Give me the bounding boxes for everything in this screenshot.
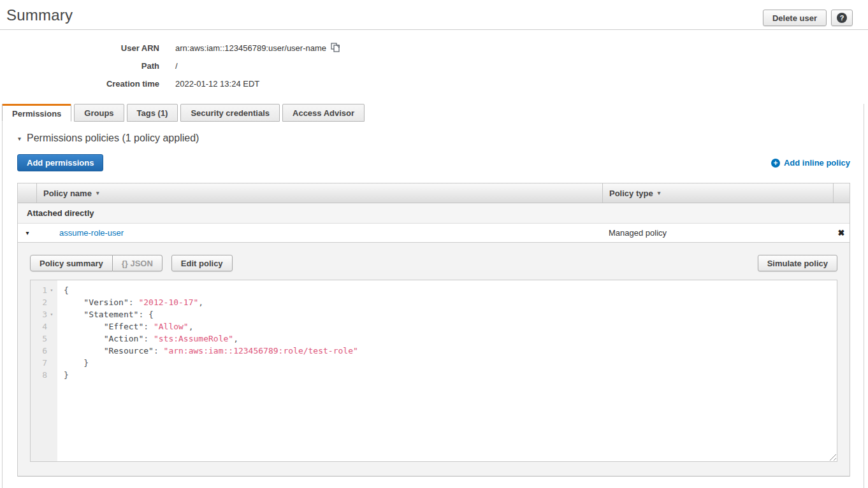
policy-table: Policy name ▾ Policy type ▾ Attached dir… xyxy=(17,183,850,477)
code-line: } xyxy=(64,369,837,381)
gutter-line: 7 xyxy=(31,357,57,369)
fold-caret-icon[interactable]: ▾ xyxy=(47,308,56,320)
section-title: Permissions policies (1 policy applied) xyxy=(27,133,199,144)
policy-type-value: Managed policy xyxy=(602,228,833,238)
fold-caret-icon[interactable]: ▾ xyxy=(47,284,56,296)
code-line: { xyxy=(64,284,837,296)
row-expand-caret-icon[interactable]: ▾ xyxy=(18,229,37,236)
tabs-row: Permissions Groups Tags (1) Security cre… xyxy=(2,104,864,122)
tab-security-credentials[interactable]: Security credentials xyxy=(180,104,280,122)
permissions-policies-section-header[interactable]: ▾ Permissions policies (1 policy applied… xyxy=(18,133,850,144)
add-inline-policy-link[interactable]: + Add inline policy xyxy=(771,158,850,168)
code-line: "Resource": "arn:aws:iam::123456789:role… xyxy=(64,345,837,357)
editor-gutter: 1▾23▾45678 xyxy=(31,280,57,461)
edit-policy-button[interactable]: Edit policy xyxy=(171,255,233,271)
fold-caret-icon xyxy=(47,320,56,333)
policy-detail-panel: Policy summary {} JSON Edit policy Simul… xyxy=(18,243,850,477)
user-arn-row: User ARN arn:aws:iam::123456789:user/use… xyxy=(0,39,868,57)
tab-panel: Permissions Groups Tags (1) Security cre… xyxy=(2,104,864,488)
gutter-line: 3▾ xyxy=(31,308,57,320)
tab-tags[interactable]: Tags (1) xyxy=(127,104,178,122)
code-line: "Statement": { xyxy=(64,308,837,320)
page-title: Summary xyxy=(6,6,73,24)
help-button[interactable]: ? xyxy=(831,10,853,26)
path-value: / xyxy=(175,61,178,71)
delete-user-button[interactable]: Delete user xyxy=(763,10,827,26)
code-line: "Version": "2012-10-17", xyxy=(64,296,837,308)
gutter-line: 5 xyxy=(31,333,57,345)
permissions-tab-content: ▾ Permissions policies (1 policy applied… xyxy=(3,122,864,488)
editor-code[interactable]: { "Version": "2012-10-17", "Statement": … xyxy=(57,280,837,461)
tab-access-advisor[interactable]: Access Advisor xyxy=(282,104,365,122)
user-arn-label: User ARN xyxy=(0,43,159,53)
simulate-policy-button[interactable]: Simulate policy xyxy=(758,255,837,271)
policy-name-column-header[interactable]: Policy name ▾ xyxy=(37,183,602,203)
sort-caret-icon: ▾ xyxy=(658,190,661,196)
gutter-line: 4 xyxy=(31,320,57,333)
help-icon: ? xyxy=(837,13,847,23)
tab-permissions[interactable]: Permissions xyxy=(2,104,71,122)
policy-row: ▾ assume-role-user Managed policy ✖ xyxy=(18,224,850,243)
gutter-line: 6 xyxy=(31,345,57,357)
copy-icon[interactable] xyxy=(331,43,340,54)
path-label: Path xyxy=(0,61,159,71)
policy-name-link[interactable]: assume-role-user xyxy=(59,228,124,238)
fold-caret-icon xyxy=(47,345,56,357)
code-line: "Effect": "Allow", xyxy=(64,320,837,333)
fold-caret-icon xyxy=(47,357,56,369)
gutter-line: 1▾ xyxy=(31,284,57,296)
json-view-button[interactable]: {} JSON xyxy=(113,255,163,271)
fold-caret-icon xyxy=(47,369,56,381)
gutter-line: 8 xyxy=(31,369,57,381)
plus-circle-icon: + xyxy=(771,159,780,168)
policy-table-header: Policy name ▾ Policy type ▾ xyxy=(18,183,850,203)
creation-time-label: Creation time xyxy=(0,79,159,89)
creation-time-value: 2022-01-12 13:24 EDT xyxy=(175,79,259,89)
policy-json-editor[interactable]: 1▾23▾45678 { "Version": "2012-10-17", "S… xyxy=(30,280,837,462)
code-line: "Action": "sts:AssumeRole", xyxy=(64,333,837,345)
detach-policy-x-icon[interactable]: ✖ xyxy=(833,228,850,238)
user-info-block: User ARN arn:aws:iam::123456789:user/use… xyxy=(0,30,868,95)
user-arn-value: arn:aws:iam::123456789:user/user-name xyxy=(175,43,326,53)
iam-user-summary-page: Summary Delete user ? User ARN arn:aws:i… xyxy=(0,0,868,488)
add-permissions-button[interactable]: Add permissions xyxy=(17,154,103,171)
section-collapse-caret-icon[interactable]: ▾ xyxy=(18,135,21,142)
attached-directly-group-row: Attached directly xyxy=(18,203,850,224)
policy-detail-buttons: Policy summary {} JSON Edit policy Simul… xyxy=(30,255,837,271)
actions-column-header xyxy=(833,183,850,203)
path-row: Path / xyxy=(0,57,868,75)
policy-type-column-header[interactable]: Policy type ▾ xyxy=(602,183,833,203)
fold-caret-icon xyxy=(47,296,56,308)
creation-time-row: Creation time 2022-01-12 13:24 EDT xyxy=(0,75,868,92)
fold-caret-icon xyxy=(47,333,56,345)
header-actions: Delete user ? xyxy=(763,10,853,26)
gutter-line: 2 xyxy=(31,296,57,308)
policy-actions-row: Add permissions + Add inline policy xyxy=(17,154,850,171)
sort-caret-icon: ▾ xyxy=(96,190,99,196)
expander-column-header xyxy=(18,183,37,203)
tab-groups[interactable]: Groups xyxy=(74,104,124,122)
page-header: Summary Delete user ? xyxy=(0,0,868,30)
code-line: } xyxy=(64,357,837,369)
policy-summary-button[interactable]: Policy summary xyxy=(30,255,113,271)
